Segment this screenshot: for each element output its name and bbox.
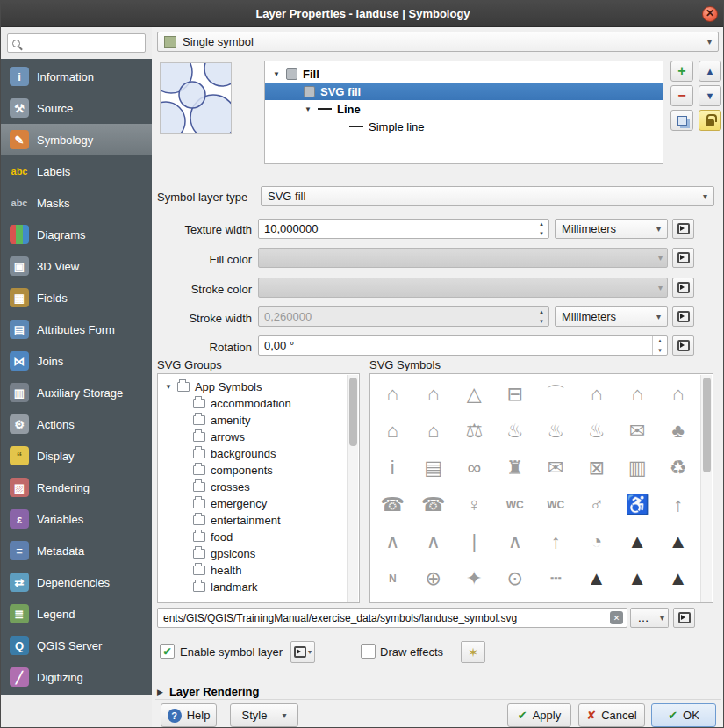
sidebar-item-variables[interactable]: εVariables — [1, 503, 152, 535]
svg-symbol[interactable]: ↑ — [535, 523, 577, 560]
svg-symbol[interactable]: ◔ — [577, 523, 618, 560]
svg-symbol[interactable]: WC — [495, 487, 536, 523]
cancel-button[interactable]: ✘ Cancel — [578, 703, 645, 727]
enable-symbol-layer-checkbox[interactable]: ✔ — [160, 644, 175, 659]
svg-path-field[interactable]: ✕ — [157, 608, 627, 628]
sidebar-item-rendering[interactable]: ▨Rendering — [1, 472, 152, 503]
browse-button[interactable]: … — [630, 608, 656, 628]
texture-width-data-defined-button[interactable] — [672, 219, 694, 239]
spin-buttons[interactable]: ▴ ▾ — [534, 220, 548, 238]
svg-symbol[interactable]: ⌂ — [577, 376, 618, 413]
sidebar-item-3d-view[interactable]: ▣3D View — [1, 250, 152, 282]
duplicate-symbol-layer-button[interactable] — [670, 110, 693, 131]
svg-group-item[interactable]: health — [158, 562, 359, 579]
svg-symbol[interactable]: ∧ — [495, 523, 536, 560]
titlebar[interactable]: Layer Properties - landuse | Symbology ✕ — [1, 1, 724, 27]
svg-symbol[interactable]: ▲ — [617, 523, 658, 560]
svg-group-item[interactable]: entertainment — [158, 512, 359, 529]
svg-symbol[interactable]: ∧ — [372, 523, 413, 560]
settings-search-box[interactable] — [7, 33, 146, 53]
tree-row-fill[interactable]: ▼ Fill — [265, 65, 663, 83]
sidebar-item-display[interactable]: “Display — [1, 440, 152, 472]
svg-symbol[interactable]: ▲ — [617, 560, 658, 597]
svg-symbol[interactable]: ♂ — [577, 487, 618, 523]
scrollbar-thumb[interactable] — [703, 378, 711, 472]
apply-button[interactable]: ✔ Apply — [507, 703, 571, 727]
svg-symbol[interactable]: ⊙ — [495, 560, 536, 597]
svg-group-item[interactable]: arrows — [158, 429, 359, 445]
svg-group-item[interactable]: accommodation — [158, 395, 359, 412]
svg-group-item[interactable]: amenity — [158, 412, 359, 429]
sidebar-item-source[interactable]: ⚒Source — [1, 92, 152, 124]
svg-symbol[interactable]: N — [372, 560, 413, 597]
svg-symbol[interactable]: ♻ — [658, 450, 699, 487]
spin-down-icon[interactable]: ▾ — [534, 229, 548, 239]
layer-rendering-section[interactable]: ▶ Layer Rendering — [157, 685, 260, 698]
svg-symbol[interactable]: ⌂ — [413, 413, 455, 450]
sidebar-item-information[interactable]: iInformation — [1, 61, 152, 92]
stroke-width-data-defined-button[interactable] — [672, 306, 694, 327]
svg-symbol[interactable]: ▥ — [617, 450, 658, 487]
effects-options-button[interactable]: ✶ — [461, 641, 485, 663]
groups-scrollbar[interactable] — [347, 375, 358, 602]
svg-symbol[interactable]: i — [372, 450, 413, 487]
svg-symbol[interactable]: ▤ — [413, 450, 455, 487]
sidebar-item-attributes-form[interactable]: ▤Attributes Form — [1, 314, 152, 345]
texture-width-spinbox[interactable]: ▴ ▾ — [258, 219, 549, 239]
svg-group-item[interactable]: crosses — [158, 479, 359, 495]
svg-symbol[interactable]: ♨ — [535, 413, 577, 450]
svg-symbol[interactable]: ♣ — [658, 413, 699, 450]
move-layer-up-button[interactable]: ▲ — [699, 61, 721, 82]
tree-row-simple-line[interactable]: Simple line — [265, 118, 663, 135]
texture-width-unit-combo[interactable]: Millimeters ▾ — [555, 219, 668, 239]
svg-path-data-defined-button[interactable] — [673, 608, 695, 628]
svg-group-item[interactable]: gpsicons — [158, 545, 359, 562]
rotation-spinbox[interactable]: ▴ ▾ — [258, 335, 668, 356]
expander-open-icon[interactable]: ▼ — [304, 105, 312, 113]
svg-symbol[interactable]: WC — [535, 487, 577, 523]
svg-symbol[interactable]: ✉ — [617, 413, 658, 450]
texture-width-input[interactable] — [259, 220, 534, 238]
svg-symbol[interactable]: ∞ — [454, 450, 495, 487]
sidebar-item-actions[interactable]: ⚙Actions — [1, 408, 152, 440]
symbol-mode-combo[interactable]: Single symbol ▾ — [157, 32, 719, 52]
tree-row-line[interactable]: ▼ Line — [265, 100, 663, 118]
svg-symbol[interactable]: ⌂ — [413, 376, 455, 413]
sidebar-item-labels[interactable]: abcLabels — [1, 155, 152, 187]
svg-symbol[interactable]: ▲ — [658, 523, 699, 560]
sidebar-item-symbology[interactable]: ✎Symbology — [1, 124, 152, 155]
svg-symbol[interactable]: △ — [454, 376, 495, 413]
help-button[interactable]: ? Help — [161, 703, 217, 727]
svg-symbol[interactable]: ♜ — [495, 450, 536, 487]
svg-symbol[interactable]: ⌂ — [372, 413, 413, 450]
stroke-width-unit-combo[interactable]: Millimeters ▾ — [555, 306, 668, 327]
expander-closed-icon[interactable]: ▶ — [157, 688, 163, 696]
svg-group-root[interactable]: ▼ App Symbols — [158, 378, 359, 395]
style-button[interactable]: Style ▾ — [230, 703, 298, 727]
sidebar-item-qgis-server[interactable]: QQGIS Server — [1, 630, 152, 661]
spin-buttons[interactable]: ▴ ▾ — [652, 336, 667, 355]
svg-symbol[interactable]: ☎ — [413, 487, 455, 523]
enable-layer-data-defined-button[interactable]: ▾ — [290, 641, 315, 663]
tree-row-svg-fill[interactable]: SVG fill — [265, 83, 663, 100]
symbol-layer-type-combo[interactable]: SVG fill ▾ — [261, 186, 714, 206]
close-icon[interactable]: ✕ — [702, 6, 718, 22]
expander-open-icon[interactable]: ▼ — [165, 383, 172, 391]
svg-symbol[interactable]: ⊟ — [495, 376, 536, 413]
svg-group-item[interactable]: backgrounds — [158, 445, 359, 462]
ok-button[interactable]: ✔ OK — [651, 703, 716, 727]
svg-symbol[interactable]: ♨ — [495, 413, 536, 450]
svg-group-item[interactable]: landmark — [158, 579, 359, 595]
svg-symbol[interactable]: ☎ — [372, 487, 413, 523]
sidebar-item-fields[interactable]: ▦Fields — [1, 282, 152, 314]
svg-symbol[interactable]: ⊕ — [413, 560, 455, 597]
lock-layer-button[interactable] — [699, 110, 721, 131]
move-layer-down-button[interactable]: ▼ — [699, 85, 721, 106]
svg-symbol[interactable]: ▲ — [577, 560, 618, 597]
add-symbol-layer-button[interactable]: + — [670, 61, 693, 82]
svg-symbol[interactable]: ♀ — [454, 487, 495, 523]
rotation-data-defined-button[interactable] — [672, 335, 694, 356]
svg-symbol[interactable]: ⚖ — [454, 413, 495, 450]
sidebar-item-metadata[interactable]: ≡Metadata — [1, 535, 152, 566]
sidebar-item-diagrams[interactable]: Diagrams — [1, 219, 152, 250]
